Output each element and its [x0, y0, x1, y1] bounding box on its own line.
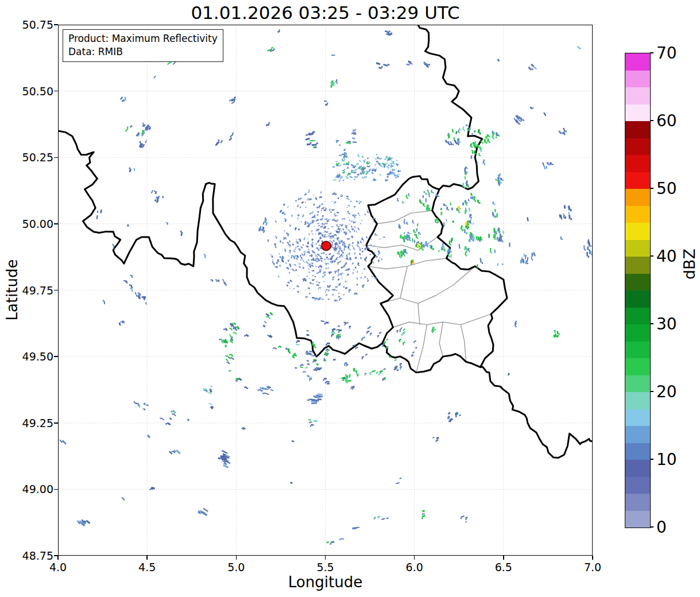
colorbar-segment: [625, 87, 650, 104]
y-tick-label: 50.25: [19, 151, 53, 164]
x-tick-label: 6.5: [495, 561, 512, 573]
colorbar-segment: [625, 426, 650, 443]
x-tick-label: 6.0: [406, 561, 423, 573]
y-tick-label: 50.50: [19, 85, 53, 98]
colorbar-tick-label: 70: [656, 44, 677, 63]
x-axis-label: Longitude: [58, 573, 593, 591]
colorbar-tick-mark: [650, 526, 653, 528]
colorbar: [625, 53, 651, 528]
colorbar-segment: [625, 223, 650, 240]
colorbar-segment: [625, 392, 650, 409]
colorbar-segment: [625, 409, 650, 427]
y-tick-mark: [54, 356, 58, 357]
product-line: Product: Maximum Reflectivity: [68, 32, 218, 45]
colorbar-segment: [625, 240, 650, 257]
map-canvas: [58, 25, 593, 556]
y-tick-label: 48.75: [19, 549, 53, 562]
y-tick-label: 49.25: [19, 417, 53, 429]
y-tick-label: 49.75: [19, 284, 53, 297]
x-tick-mark: [325, 556, 326, 560]
x-tick-label: 4.5: [138, 561, 156, 573]
y-axis-label: Latitude: [3, 259, 21, 320]
colorbar-segment: [625, 53, 650, 71]
colorbar-segment: [625, 511, 650, 528]
y-tick-label: 49.50: [19, 350, 53, 363]
colorbar-tick-label: 20: [656, 382, 677, 401]
y-tick-mark: [54, 555, 58, 556]
colorbar-tick-mark: [650, 323, 653, 324]
data-source-line: Data: RMIB: [68, 45, 218, 59]
y-tick-mark: [54, 489, 58, 490]
colorbar-segment: [625, 443, 650, 460]
colorbar-segment: [625, 375, 650, 393]
colorbar-segment: [625, 257, 650, 274]
colorbar-tick-mark: [650, 255, 653, 257]
y-tick-label: 50.00: [19, 218, 53, 230]
colorbar-tick-label: 30: [656, 315, 677, 334]
colorbar-tick-mark: [650, 120, 653, 121]
x-tick-mark: [414, 556, 415, 560]
colorbar-segment: [625, 494, 650, 511]
y-tick-label: 49.00: [19, 483, 53, 495]
colorbar-tick-mark: [650, 52, 653, 53]
colorbar-tick-label: 50: [656, 179, 677, 198]
x-tick-label: 5.0: [227, 561, 245, 573]
x-tick-label: 4.0: [49, 561, 67, 573]
x-tick-label: 7.0: [584, 561, 601, 573]
colorbar-tick-label: 40: [656, 247, 677, 266]
y-tick-mark: [54, 290, 58, 291]
colorbar-segment: [625, 206, 650, 223]
x-tick-mark: [57, 556, 59, 560]
colorbar-segment: [625, 324, 650, 342]
y-tick-mark: [54, 91, 58, 92]
colorbar-segment: [625, 189, 650, 206]
x-tick-mark: [146, 556, 148, 560]
x-tick-label: 5.5: [316, 561, 334, 573]
colorbar-unit-label: dBZ: [680, 249, 698, 280]
x-tick-mark: [592, 556, 593, 560]
colorbar-segment: [625, 308, 650, 325]
colorbar-tick-label: 10: [656, 450, 677, 469]
colorbar-segment: [625, 71, 650, 88]
figure-title: 01.01.2026 03:25 - 03:29 UTC: [58, 2, 593, 23]
colorbar-segment: [625, 138, 650, 156]
colorbar-segment: [625, 460, 650, 477]
y-tick-label: 50.75: [19, 18, 53, 31]
colorbar-segment: [625, 172, 650, 189]
radar-figure-page: { "chart_data": { "type": "heatmap", "su…: [0, 0, 700, 597]
colorbar-segment: [625, 104, 650, 122]
colorbar-segment: [625, 358, 650, 375]
product-info-box: Product: Maximum Reflectivity Data: RMIB: [63, 29, 223, 62]
y-tick-mark: [54, 157, 58, 158]
y-tick-mark: [54, 24, 58, 25]
x-tick-mark: [503, 556, 504, 560]
plot-area: [58, 25, 593, 556]
y-tick-mark: [54, 422, 58, 424]
colorbar-tick-mark: [650, 459, 653, 460]
colorbar-segment: [625, 342, 650, 359]
colorbar-tick-label: 0: [656, 518, 667, 537]
colorbar-segment: [625, 155, 650, 172]
colorbar-tick-mark: [650, 188, 653, 189]
colorbar-segment: [625, 477, 650, 494]
colorbar-tick-label: 60: [656, 111, 677, 130]
y-tick-mark: [54, 223, 58, 224]
colorbar-tick-mark: [650, 391, 653, 392]
x-tick-mark: [236, 556, 237, 560]
colorbar-segment: [625, 274, 650, 291]
colorbar-segment: [625, 290, 650, 308]
colorbar-segment: [625, 121, 650, 138]
